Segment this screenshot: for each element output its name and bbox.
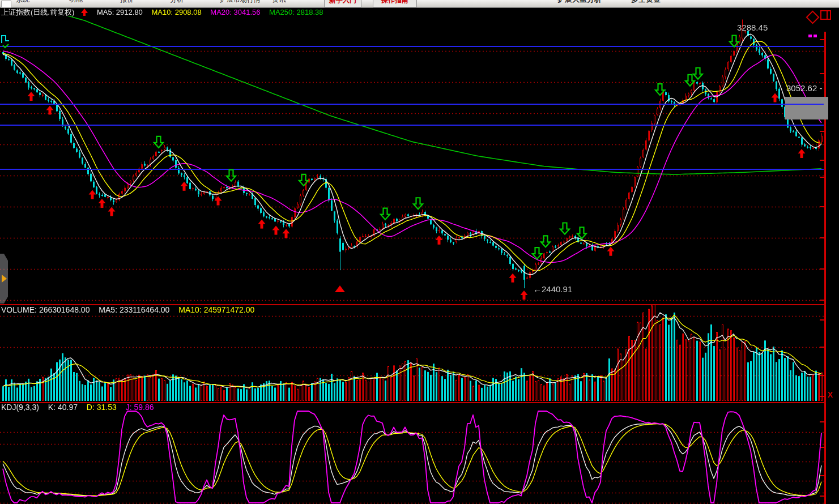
toolbar-menu-item[interactable]: 系统 (16, 0, 29, 7)
main-indicator-row: 上证指数(日线.前复权) MA5: 2912.80 MA10: 2908.08 … (1, 7, 330, 18)
toolbar-status-label: 扩展大盘分析 (557, 0, 602, 7)
sidebar-expand-handle[interactable] (0, 254, 8, 304)
kdj-d-label: D: 31.53 (87, 403, 117, 412)
trading-app-window: 系统功能报价分析扩展市场行情资讯新手入门操作指南扩展大盘分析多空资金 上证指数(… (0, 0, 839, 504)
kdj-indicator-row: KDJ(9,3,3) K: 40.97 D: 31.53 J: 59.86 (1, 403, 161, 412)
volume-ma10-label: MA10: 245971472.00 (178, 305, 254, 314)
split-window-icon[interactable] (820, 10, 831, 20)
toolbar-menu-item[interactable]: 报价 (120, 0, 134, 7)
volume-indicator-row: VOLUME: 266301648.00 MA5: 233116464.00 M… (1, 305, 261, 314)
ma20-label: MA20: 3041.56 (210, 8, 260, 16)
up-arrow-icon (81, 8, 88, 16)
more-dots-icon (808, 29, 819, 40)
toolbar-button[interactable]: 操作指南 (373, 0, 417, 7)
chart-canvas[interactable] (0, 0, 839, 504)
kdj-k-label: K: 40.97 (48, 403, 78, 412)
expand-arrow-icon (2, 275, 7, 283)
toolbar-status-label: 多空资金 (631, 0, 661, 7)
chart-title: 上证指数(日线.前复权) (1, 8, 74, 16)
peak-price-label: 3288.45 (737, 23, 768, 32)
toolbar-menu-item[interactable]: 功能 (69, 0, 83, 7)
volume-label: VOLUME: 266301648.00 (1, 305, 90, 314)
toolbar-menu-item[interactable]: 扩展市场行情 (220, 0, 261, 7)
toolbar-menu-item[interactable]: 分析 (170, 0, 184, 7)
kdj-name-label: KDJ(9,3,3) (1, 403, 39, 412)
marked-price-label: 3052.62 - (786, 83, 822, 93)
ma10-label: MA10: 2908.08 (151, 8, 201, 16)
ma5-label: MA5: 2912.80 (97, 8, 143, 16)
volume-ma5-label: MA5: 233116464.00 (99, 305, 169, 314)
toolbar-button[interactable]: 新手入门 (324, 0, 361, 7)
app-icon[interactable] (1, 1, 11, 8)
toolbar-menu-item[interactable]: 资讯 (272, 0, 286, 7)
axis-x-icon[interactable]: X (828, 390, 833, 399)
kdj-j-label: J: 59.86 (126, 403, 154, 412)
top-toolbar: 系统功能报价分析扩展市场行情资讯新手入门操作指南扩展大盘分析多空资金 (0, 0, 839, 8)
ma250-label: MA250: 2818.38 (269, 8, 323, 16)
trough-price-label: ←2440.91 (533, 284, 572, 294)
